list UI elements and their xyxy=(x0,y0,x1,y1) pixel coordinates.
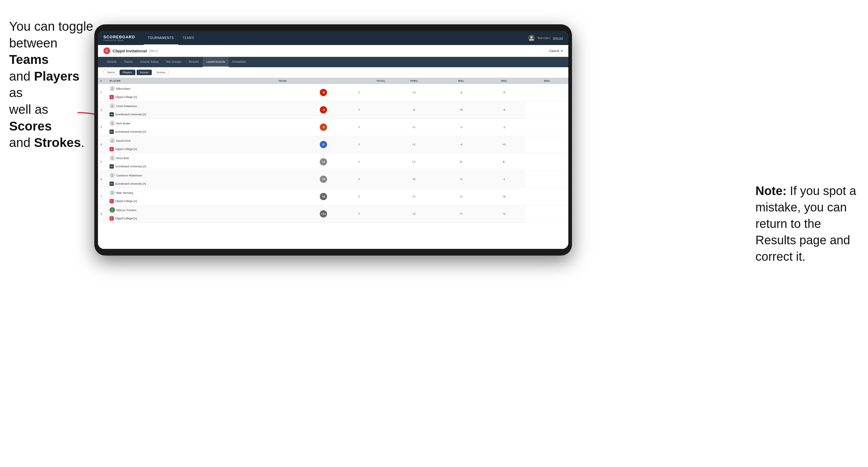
cell-rd1: +1 xyxy=(388,136,440,153)
cell-rd1: +5 xyxy=(388,171,440,188)
svg-point-3 xyxy=(112,105,113,106)
nav-teams[interactable]: TEAMS xyxy=(178,31,198,45)
player-name: Marcus Turners xyxy=(116,209,136,212)
score-badge: -8 xyxy=(320,89,327,96)
table-row: 7Blair McHargCClippd College [A]+8F+2+1+… xyxy=(98,188,568,205)
toggle-teams[interactable]: Teams xyxy=(103,70,118,75)
cell-rd2: +5 xyxy=(440,101,483,119)
cell-team: CClippd College [A] xyxy=(107,145,276,153)
cell-team: SUScoreboard University [A] xyxy=(107,128,276,136)
score-badge: +1 xyxy=(320,158,327,165)
cell-rd1: +1 xyxy=(388,153,440,171)
team-name: Clippd College [A] xyxy=(115,148,137,151)
toggle-players[interactable]: Players xyxy=(120,70,135,75)
cell-team: CClippd College [A] xyxy=(107,197,276,205)
nav-tournaments[interactable]: TOURNAMENTS xyxy=(144,31,178,45)
cell-player: Elliot Ebert xyxy=(107,84,276,93)
cell-total: -2 xyxy=(276,119,331,136)
team-logo: SU xyxy=(110,164,114,168)
svg-point-5 xyxy=(112,139,113,141)
player-name: Elliot Ebert xyxy=(116,87,130,90)
team-name: Scoreboard University [A] xyxy=(115,165,146,168)
cell-total: E xyxy=(276,136,331,153)
tab-printables[interactable]: Printables xyxy=(229,57,250,67)
cell-player: Rees Britt xyxy=(107,153,276,162)
cell-team: SUScoreboard University [A] xyxy=(107,180,276,188)
team-name: Clippd College [A] xyxy=(115,199,137,203)
cell-rank: 4 xyxy=(98,136,107,153)
tab-details[interactable]: Details xyxy=(103,57,120,67)
col-rd2: RD2 xyxy=(483,78,525,84)
cancel-button[interactable]: Cancel✕ xyxy=(548,49,563,53)
tab-course-setup[interactable]: Course Setup xyxy=(136,57,162,67)
col-rd1: RD1 xyxy=(440,78,483,84)
score-badge: E xyxy=(320,141,327,148)
cell-rank: 8 xyxy=(98,205,107,223)
cell-thru: F xyxy=(331,101,388,119)
app-logo: SCOREBOARD Powered by clippd xyxy=(103,35,135,41)
players-table: # PLAYER TEAM TOTAL THRU RD1 RD2 RD3 1El… xyxy=(98,78,568,223)
team-logo: C xyxy=(110,199,114,203)
player-name: Blair McHarg xyxy=(116,191,133,194)
tab-leaderboards[interactable]: Leaderboards xyxy=(203,57,229,67)
cell-rd2: -4 xyxy=(440,136,483,153)
col-player: PLAYER xyxy=(107,78,276,84)
cell-total: +8 xyxy=(276,188,331,205)
tournament-title: C Clippd Invitational (Men) xyxy=(103,48,158,54)
cell-rd3: +3 xyxy=(483,136,525,153)
toggle-scores[interactable]: Scores xyxy=(136,70,152,75)
cell-rank: 2 xyxy=(98,101,107,119)
table-row: 2Chris RobertsonSUScoreboard University … xyxy=(98,101,568,119)
cell-thru: F xyxy=(331,188,388,205)
table-row: 3Rich ButlerSUScoreboard University [A]-… xyxy=(98,119,568,136)
svg-point-4 xyxy=(112,122,113,124)
team-logo: C xyxy=(110,147,114,151)
toggle-strokes[interactable]: Strokes xyxy=(153,70,169,75)
svg-point-1 xyxy=(530,36,533,38)
team-logo: SU xyxy=(110,130,114,134)
nav-links: TOURNAMENTS TEAMS xyxy=(144,31,528,45)
cell-rd3: +6 xyxy=(483,188,525,205)
cell-rd1: -5 xyxy=(388,101,440,119)
cell-thru: F xyxy=(331,119,388,136)
cell-rd2: +1 xyxy=(440,188,483,205)
cell-total: +6 xyxy=(276,171,331,188)
cell-total: -4 xyxy=(276,101,331,119)
col-total: TOTAL xyxy=(331,78,388,84)
cell-team: CClippd College [A] xyxy=(107,215,276,222)
cell-team: SUScoreboard University [A] xyxy=(107,111,276,118)
svg-point-2 xyxy=(112,87,113,89)
col-rank: # xyxy=(98,78,107,84)
player-avatar xyxy=(110,121,115,126)
cell-player: David Ford xyxy=(107,136,276,145)
player-avatar xyxy=(110,138,115,143)
table-row: 1Elliot EbertCClippd College [A]-8F+3-6-… xyxy=(98,84,568,101)
svg-point-9 xyxy=(111,209,113,210)
col-rd3: RD3 xyxy=(525,78,568,84)
team-name: Clippd College [A] xyxy=(115,96,137,99)
team-logo: SU xyxy=(110,112,114,117)
player-name: Cameron Robertson xyxy=(116,174,143,177)
tablet-screen: SCOREBOARD Powered by clippd TOURNAMENTS… xyxy=(98,31,568,249)
cell-thru: F xyxy=(331,84,388,101)
cell-rank: 1 xyxy=(98,84,107,101)
svg-point-6 xyxy=(112,157,113,158)
team-name: Clippd College [A] xyxy=(115,217,137,220)
player-avatar xyxy=(110,173,115,178)
sub-nav: Details Teams Course Setup Tee Groups Re… xyxy=(98,57,568,67)
team-name: Scoreboard University [A] xyxy=(115,113,146,116)
leaderboard-table: # PLAYER TEAM TOTAL THRU RD1 RD2 RD3 1El… xyxy=(98,78,568,249)
tab-teams[interactable]: Teams xyxy=(120,57,136,67)
tab-results[interactable]: Results xyxy=(185,57,203,67)
cell-rd3: -5 xyxy=(483,84,525,101)
toggle-row: Teams Players Scores Strokes xyxy=(98,67,568,78)
cell-rd3: +2 xyxy=(483,205,525,223)
player-avatar xyxy=(110,155,115,161)
cell-rd3: -1 xyxy=(483,119,525,136)
table-row: 4David FordCClippd College [A]EF+1-4+3 xyxy=(98,136,568,153)
tab-tee-groups[interactable]: Tee Groups xyxy=(162,57,185,67)
cell-rd1: +1 xyxy=(388,119,440,136)
cell-total: -8 xyxy=(276,84,331,101)
cell-thru: F xyxy=(331,153,388,171)
col-team: TEAM xyxy=(276,78,331,84)
